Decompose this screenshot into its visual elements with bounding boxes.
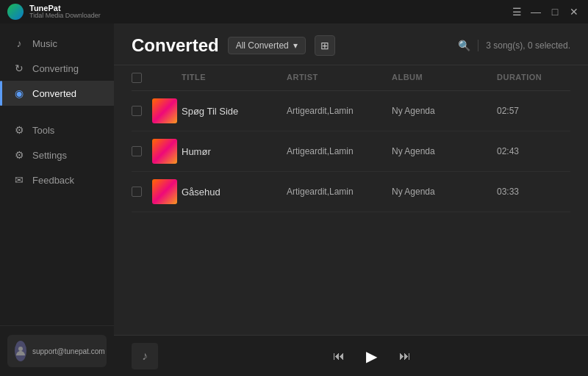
filter-dropdown[interactable]: All Converted ▾ (228, 37, 306, 54)
row-thumb-col (152, 98, 182, 123)
row-artist: Artigeardit,Lamin (287, 106, 392, 116)
music-note-icon: ♪ (142, 350, 148, 363)
page-title: Converted (132, 35, 219, 56)
active-indicator (0, 81, 2, 106)
player-controls: ⏮ ▶ ⏭ (333, 344, 411, 369)
header-thumb-col (152, 73, 182, 83)
album-thumbnail (152, 98, 177, 123)
content-header: Converted All Converted ▾ ⊞ 🔍 3 song(s),… (114, 24, 588, 65)
chevron-down-icon: ▾ (293, 40, 298, 51)
row-checkbox[interactable] (132, 146, 142, 156)
sidebar-item-music[interactable]: ♪ Music (0, 31, 114, 56)
sidebar-item-feedback[interactable]: ✉ Feedback (0, 167, 114, 192)
filter-label: All Converted (236, 40, 289, 51)
avatar (15, 341, 26, 361)
grid-view-button[interactable]: ⊞ (315, 35, 335, 56)
player-bar: ♪ ⏮ ▶ ⏭ (114, 335, 588, 376)
user-email: support@tunepat.com (32, 347, 105, 356)
titlebar-left: TunePat Tidal Media Downloader (7, 4, 101, 20)
row-duration: 03:33 (497, 187, 570, 197)
titlebar: TunePat Tidal Media Downloader ☰ — □ ✕ (0, 0, 588, 24)
main-layout: ♪ Music ↻ Converting ◉ Converted ⚙ Tools… (0, 24, 588, 376)
thumb-art (152, 139, 177, 164)
minimize-button[interactable]: — (529, 5, 542, 18)
sidebar-item-converted[interactable]: ◉ Converted (0, 81, 114, 106)
thumb-art (152, 98, 177, 123)
row-album: Ny Agenda (392, 187, 497, 197)
album-thumbnail (152, 179, 177, 204)
table-row[interactable]: Spøg Til Side Artigeardit,Lamin Ny Agend… (132, 91, 570, 131)
sidebar: ♪ Music ↻ Converting ◉ Converted ⚙ Tools… (0, 24, 114, 376)
sidebar-item-converting[interactable]: ↻ Converting (0, 56, 114, 81)
row-artist: Artigeardit,Lamin (287, 146, 392, 156)
row-duration: 02:57 (497, 106, 570, 116)
content-area: Converted All Converted ▾ ⊞ 🔍 3 song(s),… (114, 24, 588, 376)
sidebar-nav: ♪ Music ↻ Converting ◉ Converted ⚙ Tools… (0, 24, 114, 325)
header-title-col: TITLE (182, 73, 287, 83)
row-duration: 02:43 (497, 146, 570, 156)
maximize-button[interactable]: □ (548, 5, 562, 18)
row-title: Humør (182, 146, 287, 157)
vertical-divider (478, 40, 478, 51)
table-header: TITLE ARTIST ALBUM DURATION (132, 65, 570, 91)
app-subtitle: Tidal Media Downloader (29, 12, 101, 20)
tools-icon: ⚙ (13, 124, 25, 136)
svg-point-0 (18, 347, 23, 351)
header-checkbox-col (132, 73, 152, 83)
row-title: Gåsehud (182, 187, 287, 198)
sidebar-item-label: Settings (32, 150, 67, 161)
row-thumb-col (152, 139, 182, 164)
converting-icon: ↻ (13, 62, 25, 74)
row-checkbox[interactable] (132, 187, 142, 197)
row-album: Ny Agenda (392, 146, 497, 156)
sidebar-item-settings[interactable]: ⚙ Settings (0, 142, 114, 167)
play-pause-button[interactable]: ▶ (359, 344, 384, 369)
sidebar-item-label: Converting (32, 63, 79, 74)
feedback-icon: ✉ (13, 174, 25, 186)
sidebar-item-label: Tools (32, 125, 54, 136)
header-right: 🔍 3 song(s), 0 selected. (458, 40, 570, 51)
header-artist-col: ARTIST (287, 73, 392, 83)
row-album: Ny Agenda (392, 106, 497, 116)
table-row[interactable]: Gåsehud Artigeardit,Lamin Ny Agenda 03:3… (132, 172, 570, 212)
search-icon[interactable]: 🔍 (458, 40, 470, 51)
row-checkbox-col (132, 106, 152, 116)
thumb-art (152, 179, 177, 204)
row-checkbox[interactable] (132, 106, 142, 116)
table-row[interactable]: Humør Artigeardit,Lamin Ny Agenda 02:43 (132, 131, 570, 172)
menu-button[interactable]: ☰ (510, 5, 523, 18)
sidebar-item-label: Music (32, 38, 57, 49)
next-button[interactable]: ⏭ (399, 350, 411, 363)
titlebar-controls: ☰ — □ ✕ (510, 5, 581, 18)
header-left: Converted All Converted ▾ ⊞ (132, 35, 335, 56)
sidebar-bottom: support@tunepat.com (0, 325, 114, 376)
select-all-checkbox[interactable] (132, 73, 142, 83)
previous-button[interactable]: ⏮ (333, 350, 345, 363)
settings-icon: ⚙ (13, 149, 25, 161)
row-artist: Artigeardit,Lamin (287, 187, 392, 197)
user-info[interactable]: support@tunepat.com (7, 335, 107, 367)
app-name-block: TunePat Tidal Media Downloader (29, 4, 101, 20)
row-checkbox-col (132, 146, 152, 156)
album-thumbnail (152, 139, 177, 164)
header-album-col: ALBUM (392, 73, 497, 83)
converted-icon: ◉ (13, 87, 25, 99)
header-duration-col: DURATION (497, 73, 570, 83)
row-thumb-col (152, 179, 182, 204)
close-button[interactable]: ✕ (567, 5, 581, 18)
row-checkbox-col (132, 187, 152, 197)
sidebar-item-label: Converted (32, 88, 76, 99)
sidebar-item-tools[interactable]: ⚙ Tools (0, 118, 114, 142)
app-logo (7, 4, 24, 20)
music-icon: ♪ (13, 37, 25, 49)
row-title: Spøg Til Side (182, 106, 287, 117)
table-container: TITLE ARTIST ALBUM DURATION Spøg Til Sid… (114, 65, 588, 335)
sidebar-item-label: Feedback (32, 175, 74, 186)
stats-label: 3 song(s), 0 selected. (486, 40, 570, 51)
music-queue-icon[interactable]: ♪ (132, 343, 158, 369)
